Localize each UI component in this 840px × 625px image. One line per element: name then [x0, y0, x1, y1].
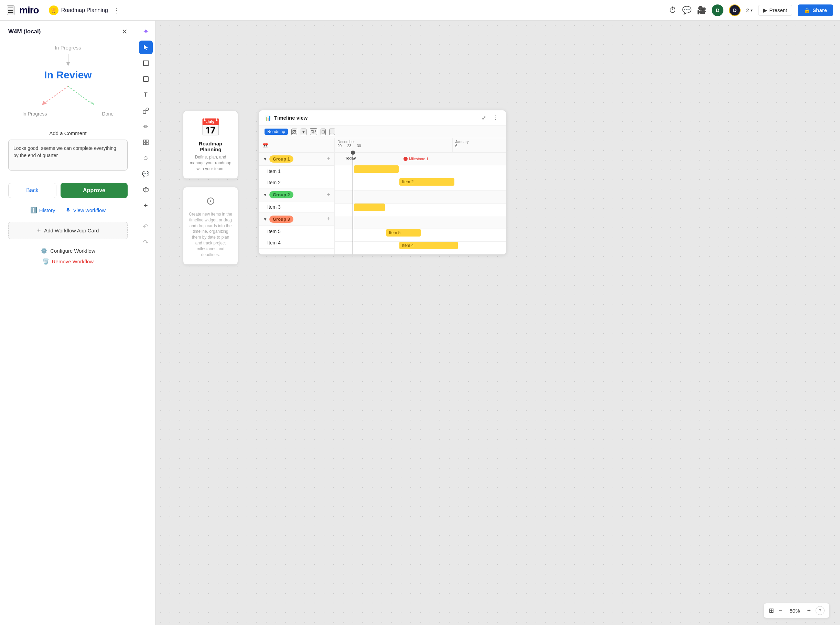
view-workflow-link[interactable]: 👁 View workflow: [65, 207, 106, 213]
zoom-in-button[interactable]: +: [807, 607, 811, 614]
add-items-card[interactable]: ⊙ Create new items in the timeline widge…: [183, 187, 238, 265]
item5-row: Item 5: [259, 226, 334, 237]
svg-rect-14: [146, 143, 148, 145]
group1-chevron[interactable]: ▼: [263, 157, 267, 162]
video-button[interactable]: 🎥: [697, 6, 706, 15]
user-count[interactable]: 2 ▾: [746, 7, 752, 13]
filter-button[interactable]: ▼: [301, 129, 307, 135]
today-label: Today: [345, 156, 356, 160]
crop-icon: [143, 139, 149, 145]
cursor-icon: [143, 44, 149, 51]
trash-icon: 🗑️: [42, 258, 49, 265]
board-title: Roadmap Planning: [61, 7, 108, 13]
group1-add-button[interactable]: +: [326, 155, 330, 163]
eye-button[interactable]: …: [329, 129, 335, 135]
add-more-button[interactable]: +: [139, 199, 153, 213]
crop-button[interactable]: [139, 135, 153, 149]
timeline-expand-button[interactable]: ⤢: [480, 114, 488, 122]
today-marker: [352, 152, 353, 254]
december-header: December 20 23 30: [335, 138, 453, 152]
close-panel-button[interactable]: ✕: [122, 28, 128, 36]
cal-header-spacer: 📅: [259, 138, 334, 152]
comment-button[interactable]: 💬: [139, 167, 153, 181]
configure-workflow-button[interactable]: ⚙️ Configure Workflow: [41, 247, 95, 254]
grid-button[interactable]: ⊞: [321, 129, 326, 135]
panel-header: W4M (local) ✕: [8, 28, 128, 36]
menu-button[interactable]: ☰: [7, 6, 14, 15]
item1-label: Item 1: [267, 168, 281, 174]
frame-button[interactable]: [139, 56, 153, 70]
add-workflow-button[interactable]: + Add Workflow App Card: [8, 222, 128, 239]
milestone-label: Milestone 1: [409, 157, 428, 161]
comment-section: Add a Comment Looks good, seems we can c…: [8, 130, 128, 171]
item1-gantt-row: [335, 165, 506, 178]
svg-marker-3: [42, 101, 47, 105]
branch-label-left: In Progress: [22, 111, 47, 117]
comment-title: Add a Comment: [8, 130, 128, 136]
ai-button[interactable]: ✦: [139, 25, 153, 39]
group1-badge: Group 1: [269, 155, 293, 163]
lock-icon: 🔒: [804, 7, 810, 13]
zoom-out-button[interactable]: −: [779, 607, 782, 614]
milestone-dot: [404, 157, 408, 161]
roadmap-card-name: Roadmap Planning: [188, 141, 233, 152]
panel-title: W4M (local): [8, 28, 41, 35]
timeline-more-button[interactable]: ⋮: [491, 114, 500, 122]
comment-box[interactable]: Looks good, seems we can complete everyt…: [8, 140, 128, 171]
chat-button[interactable]: 💬: [682, 6, 691, 15]
svg-line-2: [44, 86, 68, 104]
help-button[interactable]: ?: [815, 606, 824, 615]
arrow-down-wrap: [65, 54, 72, 66]
group3-add-button[interactable]: +: [326, 216, 330, 223]
approve-button[interactable]: Approve: [61, 183, 128, 198]
group2-chevron[interactable]: ▼: [263, 193, 267, 197]
comment-text: Looks good, seems we can complete everyt…: [13, 145, 122, 159]
group3-chevron[interactable]: ▼: [263, 217, 267, 222]
text-button[interactable]: T: [139, 88, 153, 102]
back-button[interactable]: Back: [8, 183, 56, 198]
timer-button[interactable]: ⏱: [669, 6, 676, 15]
pen-button[interactable]: ✏: [139, 120, 153, 134]
undo-button[interactable]: ↶: [139, 220, 153, 233]
cursor-button[interactable]: [139, 40, 153, 54]
roadmap-app-card[interactable]: 📅 Roadmap Planning Define, plan, and man…: [183, 111, 238, 179]
svg-rect-7: [143, 61, 148, 66]
gantt-group2-row: [335, 191, 506, 204]
config-row: ⚙️ Configure Workflow 🗑️ Remove Workflow: [8, 247, 128, 265]
history-link[interactable]: ℹ️ History: [30, 207, 55, 213]
topbar-right: ⏱ 💬 🎥 D D 2 ▾ ▶ Present 🔒 Share: [669, 5, 833, 16]
item5-label: Item 5: [267, 229, 281, 234]
sort-button[interactable]: ⇅¹: [310, 128, 317, 135]
today-dot: [351, 151, 355, 155]
timeline-controls: ⤢ ⋮: [480, 114, 500, 122]
shapes-button[interactable]: [139, 104, 153, 118]
status-current-label: In Review: [44, 69, 92, 81]
group2-add-button[interactable]: +: [326, 191, 330, 198]
board-more-button[interactable]: ⋮: [113, 6, 120, 14]
remove-workflow-button[interactable]: 🗑️ Remove Workflow: [42, 258, 94, 265]
share-button[interactable]: 🔒 Share: [798, 5, 833, 16]
status-above-label: In Progress: [55, 45, 81, 51]
calendar-header: December 20 23 30 January 6: [335, 138, 506, 152]
eye-icon: 👁: [65, 207, 71, 213]
fit-to-screen-button[interactable]: ⊞: [769, 607, 774, 614]
add-items-desc: Create new items in the timeline widget,…: [188, 211, 233, 258]
redo-button[interactable]: ↷: [139, 235, 153, 249]
sticky-button[interactable]: [139, 72, 153, 86]
branch-label-right: Done: [102, 111, 114, 117]
present-button[interactable]: ▶ Present: [758, 5, 793, 16]
cube-button[interactable]: [139, 183, 153, 197]
item3-label: Item 3: [267, 204, 281, 210]
item3-row: Item 3: [259, 201, 334, 213]
board-icon: 🏆: [49, 6, 58, 15]
zoom-percent: 50%: [787, 608, 802, 614]
photo-button[interactable]: 🖼: [291, 129, 297, 135]
zoom-bar: ⊞ − 50% + ?: [764, 603, 830, 618]
action-buttons: Back Approve: [8, 183, 128, 198]
timeline-left-column: 📅 ▼ Group 1 + Item 1 Item 2 ▼ Group 2: [259, 138, 335, 254]
dec-date-20: 20: [337, 144, 341, 148]
item4-label: Item 4: [267, 240, 281, 246]
gear-icon: ⚙️: [41, 247, 47, 254]
dec-date-30: 30: [357, 144, 361, 148]
emoji-button[interactable]: ☺: [139, 151, 153, 165]
